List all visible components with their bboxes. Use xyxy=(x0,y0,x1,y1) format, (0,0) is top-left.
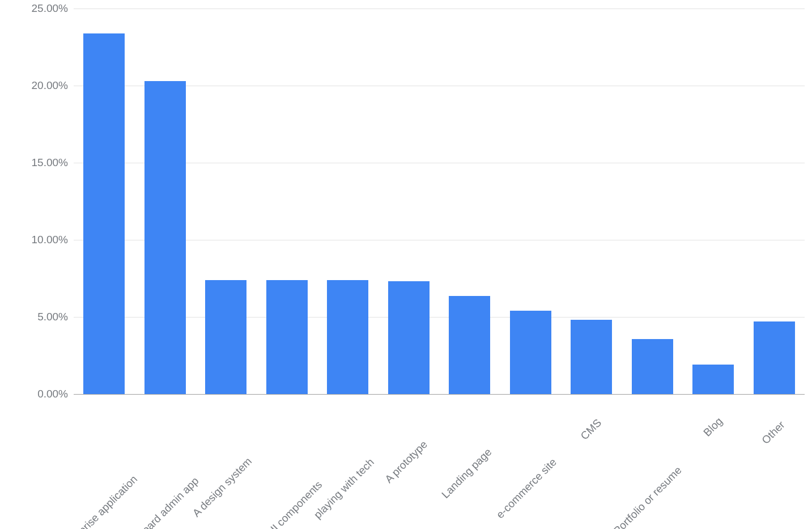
bar-other xyxy=(754,321,795,394)
x-tick-label: CMS xyxy=(578,417,603,442)
bar-playing-with-tech xyxy=(327,280,368,394)
bar-portfolio-or-resume xyxy=(632,339,673,394)
x-tick-label: Blog xyxy=(701,415,725,439)
y-tick-label: 10.00% xyxy=(32,234,68,246)
x-tick-label: A prototype xyxy=(382,438,430,486)
bar-landing-page xyxy=(449,296,490,394)
bar-dashboard-admin-app xyxy=(144,81,186,394)
x-tick-label: A design system xyxy=(190,455,254,519)
y-tick-label: 5.00% xyxy=(37,311,68,323)
bar-chart: 25.00% 20.00% 15.00% 10.00% 5.00% 0.00% … xyxy=(0,0,812,529)
x-axis-labels: Enterprise application Dashboard admin a… xyxy=(74,400,805,524)
bar-e-commerce-site xyxy=(510,311,551,394)
bar-cms xyxy=(571,320,612,394)
x-tick-label: Other xyxy=(760,419,788,447)
y-tick-label: 15.00% xyxy=(32,156,68,169)
bar-a-set-of-ui-components xyxy=(266,280,308,394)
bar-enterprise-application xyxy=(83,33,125,394)
x-tick-label: Portfolio or resume xyxy=(611,464,685,529)
y-tick-label: 0.00% xyxy=(37,388,68,400)
x-tick-label: Enterprise application xyxy=(58,473,140,529)
y-tick-label: 20.00% xyxy=(32,79,68,92)
x-tick-label: Landing page xyxy=(439,446,494,501)
x-tick-label: playing with tech xyxy=(312,456,377,521)
plot-area xyxy=(74,9,805,395)
bars-container xyxy=(74,9,805,394)
bar-a-design-system xyxy=(205,280,246,394)
y-tick-label: 25.00% xyxy=(32,2,68,15)
bar-blog xyxy=(692,365,734,394)
bar-a-prototype xyxy=(388,281,430,394)
x-tick-label: e-commerce site xyxy=(494,456,559,521)
